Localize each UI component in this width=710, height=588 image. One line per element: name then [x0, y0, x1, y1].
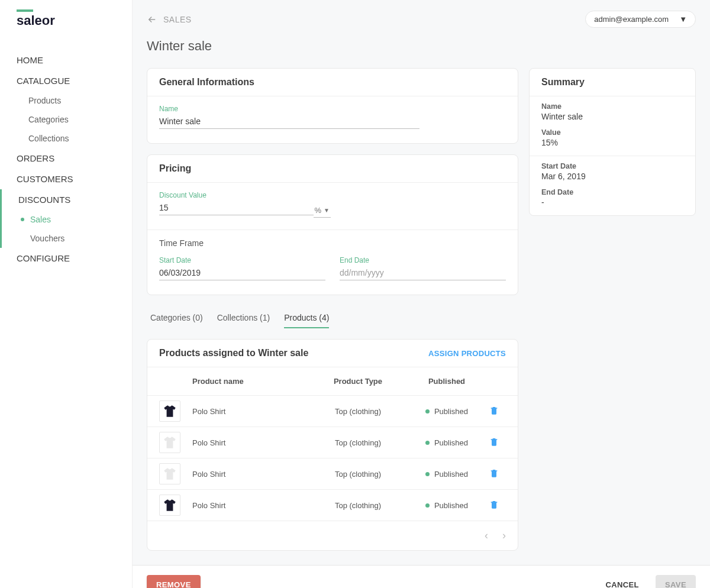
discount-unit-label: % [315, 206, 322, 215]
trash-icon [489, 406, 499, 415]
nav-discounts[interactable]: DISCOUNTS [2, 189, 132, 210]
pricing-heading: Pricing [147, 155, 518, 183]
col-product-name: Product name [192, 377, 305, 386]
nav-products[interactable]: Products [0, 91, 132, 110]
cell-published: Published [434, 501, 468, 510]
start-date-input[interactable] [159, 266, 325, 280]
summary-name-value: Winter sale [541, 112, 683, 121]
assign-products-button[interactable]: ASSIGN PRODUCTS [428, 349, 506, 358]
delete-button[interactable] [489, 440, 499, 448]
shirt-icon [162, 497, 178, 513]
pricing-card: Pricing Discount Value % ▼ [147, 154, 518, 295]
product-thumb [159, 463, 180, 484]
nav-categories[interactable]: Categories [0, 110, 132, 129]
nav-configure[interactable]: CONFIGURE [0, 248, 132, 269]
product-thumb [159, 400, 180, 422]
discount-label: Discount Value [159, 191, 314, 199]
status-dot-icon [425, 441, 430, 445]
cell-type: Top (clothing) [305, 407, 411, 416]
nav-vouchers[interactable]: Vouchers [2, 229, 132, 248]
cell-type: Top (clothing) [305, 470, 411, 479]
tab-categories[interactable]: Categories (0) [150, 308, 203, 328]
nav-home[interactable]: HOME [0, 50, 132, 70]
pager-prev[interactable]: ‹ [485, 529, 488, 542]
nav: HOME CATALOGUE Products Categories Colle… [0, 50, 132, 269]
col-published: Published [411, 377, 482, 386]
discount-input[interactable] [159, 201, 314, 215]
products-card: Products assigned to Winter sale ASSIGN … [147, 339, 518, 551]
delete-button[interactable] [489, 502, 499, 511]
summary-value-value: 15% [541, 138, 683, 147]
delete-button[interactable] [489, 408, 499, 417]
discount-unit-select[interactable]: % ▼ [314, 203, 331, 218]
cancel-button[interactable]: CANCEL [596, 575, 648, 588]
shirt-icon [162, 466, 178, 482]
cell-type: Top (clothing) [305, 501, 411, 510]
product-thumb [159, 432, 180, 453]
summary-start-value: Mar 6, 2019 [541, 172, 683, 181]
user-menu[interactable]: admin@example.com ▼ [585, 11, 696, 28]
cell-type: Top (clothing) [305, 438, 411, 447]
cell-published: Published [434, 438, 468, 447]
tab-collections[interactable]: Collections (1) [217, 308, 270, 328]
status-dot-icon [425, 503, 430, 508]
save-button[interactable]: SAVE [656, 575, 696, 588]
status-dot-icon [425, 472, 430, 476]
cell-published: Published [434, 470, 468, 479]
name-input[interactable] [159, 114, 419, 129]
nav-catalogue[interactable]: CATALOGUE [0, 70, 132, 91]
timeframe-heading: Time Frame [159, 238, 506, 248]
caret-down-icon: ▼ [679, 15, 687, 24]
cell-name: Polo Shirt [192, 438, 305, 447]
cell-published: Published [434, 407, 468, 416]
product-thumb [159, 495, 180, 516]
status-dot-icon [425, 409, 430, 413]
page-title: Winter sale [133, 28, 710, 68]
logo: saleor [0, 6, 132, 32]
sidebar: saleor HOME CATALOGUE Products Categorie… [0, 0, 133, 588]
arrow-left-icon [147, 14, 157, 25]
table-row[interactable]: Polo Shirt Top (clothing) Published [147, 396, 518, 427]
tab-products[interactable]: Products (4) [284, 308, 329, 328]
general-card: General Informations Name [147, 68, 518, 144]
summary-name-label: Name [541, 102, 683, 111]
summary-heading: Summary [530, 69, 695, 96]
trash-icon [489, 437, 499, 447]
nav-collections[interactable]: Collections [0, 129, 132, 148]
summary-card: Summary Name Winter sale Value 15% [529, 68, 696, 216]
trash-icon [489, 469, 499, 478]
cell-name: Polo Shirt [192, 407, 305, 416]
shirt-icon [162, 403, 178, 419]
pager-next[interactable]: › [502, 529, 506, 542]
tabs: Categories (0) Collections (1) Products … [147, 308, 518, 328]
table-row[interactable]: Polo Shirt Top (clothing) Published [147, 458, 518, 490]
trash-icon [489, 500, 499, 509]
products-table-title: Products assigned to Winter sale [159, 348, 308, 358]
table-row[interactable]: Polo Shirt Top (clothing) Published [147, 490, 518, 521]
footer: REMOVE CANCEL SAVE [133, 565, 710, 588]
summary-end-value: - [541, 198, 683, 207]
summary-start-label: Start Date [541, 162, 683, 170]
user-email: admin@example.com [594, 15, 669, 24]
nav-customers[interactable]: CUSTOMERS [0, 169, 132, 189]
summary-value-label: Value [541, 128, 683, 137]
summary-end-label: End Date [541, 188, 683, 196]
cell-name: Polo Shirt [192, 470, 305, 479]
breadcrumb-label: SALES [163, 15, 192, 24]
end-date-label: End Date [340, 256, 506, 264]
nav-sales[interactable]: Sales [2, 210, 132, 229]
start-date-label: Start Date [159, 256, 325, 264]
remove-button[interactable]: REMOVE [147, 575, 201, 588]
breadcrumb-back[interactable]: SALES [147, 14, 192, 25]
end-date-input[interactable] [340, 266, 506, 280]
col-product-type: Product Type [305, 377, 411, 386]
delete-button[interactable] [489, 471, 499, 480]
shirt-icon [162, 435, 178, 450]
name-label: Name [159, 105, 419, 113]
table-row[interactable]: Polo Shirt Top (clothing) Published [147, 427, 518, 458]
caret-down-icon: ▼ [324, 207, 330, 214]
cell-name: Polo Shirt [192, 501, 305, 510]
nav-orders[interactable]: ORDERS [0, 148, 132, 169]
general-heading: General Informations [147, 69, 518, 96]
